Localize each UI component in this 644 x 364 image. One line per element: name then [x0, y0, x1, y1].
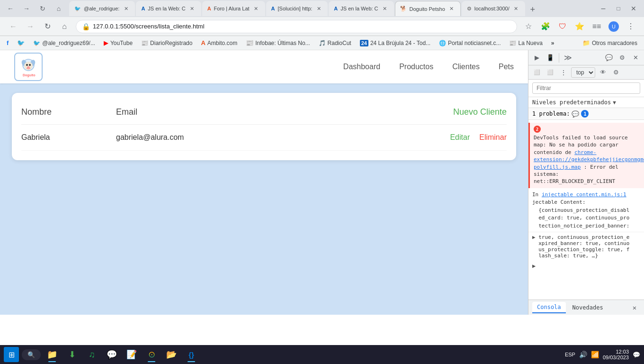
nav-productos[interactable]: Productos: [399, 63, 433, 71]
notification-icon[interactable]: 💬: [633, 351, 640, 358]
network-icon[interactable]: 📶: [591, 351, 599, 358]
vscode-icon: {}: [188, 351, 194, 359]
bookmark-diarioregistrado[interactable]: 📰 DiarioRegistrado: [138, 38, 195, 48]
bookmark-twitter[interactable]: 🐦: [14, 38, 27, 48]
tab-consola[interactable]: Consola: [532, 302, 566, 313]
dock-left-button[interactable]: ⬜: [531, 67, 543, 78]
taskbar-vscode-explorer[interactable]: 📂: [163, 346, 180, 363]
nav-reload-button[interactable]: ↻: [36, 2, 49, 15]
taskbar-explorer[interactable]: 📁: [44, 346, 61, 363]
nav-pets[interactable]: Pets: [499, 63, 514, 71]
eye-button[interactable]: 👁: [597, 67, 608, 78]
maximize-button[interactable]: □: [612, 2, 625, 15]
extensions-button[interactable]: 🧩: [538, 19, 553, 34]
inspect-element-button[interactable]: ▶: [531, 52, 543, 64]
nav-home-button[interactable]: ⌂: [52, 2, 65, 15]
bookmark-infobae-label: Infobae: Últimas No...: [255, 40, 310, 46]
url-box[interactable]: 🔒 127.0.0.1:5500/screens/lista_cliente.h…: [76, 20, 517, 33]
reload-button[interactable]: ↻: [40, 19, 55, 34]
tab-twitter[interactable]: 🐦 @ale_rodrigue: ✕: [69, 1, 135, 16]
bookmark-youtube[interactable]: ▶ YouTube: [101, 38, 135, 48]
extension-button-2[interactable]: ⭐: [572, 19, 587, 34]
dock-bottom-button[interactable]: ⬜: [545, 67, 556, 78]
bookmark-star-button[interactable]: ☆: [521, 19, 536, 34]
nav-back-button[interactable]: ←: [4, 2, 17, 15]
clock-time: 12:03: [603, 349, 629, 355]
delete-button-gabriela[interactable]: Eliminar: [479, 133, 507, 142]
tab-close-localhost[interactable]: ✕: [512, 5, 520, 12]
bookmark-brujula24[interactable]: 24 24 La Brújula 24 - Tod...: [357, 38, 433, 48]
tab-close-foro[interactable]: ✕: [252, 5, 260, 12]
tab-close-alura1[interactable]: ✕: [188, 5, 196, 12]
nav-dashboard[interactable]: Dashboard: [343, 63, 380, 71]
injectable-link[interactable]: injectable content.min.js:1: [542, 191, 626, 198]
row-email-gabriela: gabriela@alura.com: [116, 133, 412, 142]
tab-favicon-alura2: A: [334, 6, 338, 11]
bookmark-ale-rodriguez[interactable]: 🐦 @ale_rodriguez69/...: [30, 38, 98, 48]
taskbar-vscode[interactable]: {}: [183, 346, 200, 363]
bookmarks-more-button[interactable]: »: [548, 38, 557, 48]
chrome-menu-button[interactable]: ⋮: [623, 19, 638, 34]
tab-js-alura-2[interactable]: A JS en la Web: C ✕: [329, 1, 394, 16]
taskbar-whatsapp[interactable]: 💬: [103, 346, 120, 363]
filter-input[interactable]: [532, 82, 640, 94]
tab-solucion[interactable]: A [Solución] http: ✕: [266, 1, 328, 16]
taskbar-spotify[interactable]: ♫: [83, 346, 100, 363]
javascript-context-select[interactable]: top: [571, 67, 595, 78]
taskbar-green-app[interactable]: ⬇: [63, 346, 80, 363]
tab-close-twitter[interactable]: ✕: [122, 5, 130, 12]
tab-close-alura2[interactable]: ✕: [381, 5, 389, 12]
devtools-close-button[interactable]: ✕: [630, 52, 641, 64]
bookmarks-folder[interactable]: 📁 Otros marcadores: [580, 38, 640, 48]
web-navbar: Doguito Dashboard Productos Clientes Pet…: [0, 50, 528, 83]
devtools-settings-btn2[interactable]: ⚙: [610, 67, 622, 78]
console-error-devtools: 2 DevTools failed to load source map: No…: [528, 123, 644, 188]
nuevo-cliente-button[interactable]: Nuevo Cliente: [453, 107, 507, 117]
bookmark-facebook[interactable]: f: [4, 38, 11, 48]
expand-arrow-icon[interactable]: ▶: [532, 234, 536, 240]
tab-js-alura-1[interactable]: A JS en la Web: C ✕: [136, 1, 201, 16]
bookmark-ambito[interactable]: A Ambito.com: [198, 38, 240, 48]
edit-button-gabriela[interactable]: Editar: [450, 133, 470, 142]
col-header-nombre: Nombre: [21, 107, 116, 117]
devtools-panel: ▶ 📱 ≫ 💬 ⚙ ✕: [528, 50, 644, 315]
nav-forward-button[interactable]: →: [20, 2, 33, 15]
bookmark-la-nueva[interactable]: 📰 La Nueva: [506, 38, 545, 48]
bookmark-infobae[interactable]: 📰 Infobae: Últimas No...: [243, 38, 313, 48]
console-expand-more: ▶: [528, 261, 644, 271]
chat-button[interactable]: 💬: [603, 52, 615, 64]
tab-localhost[interactable]: ⚙ localhost:3000/ ✕: [462, 1, 525, 16]
tab-foro-alura[interactable]: A Foro | Alura Lat ✕: [202, 1, 265, 16]
taskbar-chrome[interactable]: ⊙: [143, 346, 160, 363]
tab-close-solucion[interactable]: ✕: [315, 5, 322, 12]
window-controls: – □ ✕: [597, 2, 640, 15]
address-bar: ← → ↻ ⌂ 🔒 127.0.0.1:5500/screens/lista_c…: [0, 17, 644, 36]
bookmark-portal-noticias[interactable]: 🌐 Portal noticiasnet.c...: [436, 38, 503, 48]
tab-novedades[interactable]: Novedades: [568, 302, 608, 313]
taskbar-notepad[interactable]: 📝: [123, 346, 140, 363]
svg-point-5: [29, 64, 31, 66]
profile-button[interactable]: U: [606, 19, 621, 34]
extension-list-button[interactable]: ≡≡: [589, 19, 604, 34]
expand-more-arrow[interactable]: ▶: [532, 263, 536, 269]
nav-clientes[interactable]: Clientes: [452, 63, 480, 71]
more-options-button[interactable]: ⋮: [558, 67, 569, 78]
minimize-button[interactable]: –: [597, 2, 610, 15]
bookmark-radiocut[interactable]: 🎵 RadioCut: [316, 38, 354, 48]
devtools-bottom-close[interactable]: ✕: [629, 302, 640, 313]
home-button[interactable]: ⌂: [57, 19, 72, 34]
taskbar-search[interactable]: 🔍: [22, 349, 41, 360]
start-button[interactable]: ⊞: [4, 347, 19, 362]
forward-button[interactable]: →: [23, 19, 38, 34]
tab-doguito[interactable]: 🐕 Doguito Petsho ✕: [395, 1, 461, 16]
adguard-button[interactable]: 🛡: [555, 19, 570, 34]
more-devtools-button[interactable]: ≫: [562, 52, 573, 64]
tab-close-doguito[interactable]: ✕: [448, 5, 456, 13]
svg-point-4: [26, 64, 28, 66]
devtools-settings-button[interactable]: ⚙: [617, 52, 628, 64]
close-button[interactable]: ✕: [627, 2, 640, 15]
back-button[interactable]: ←: [6, 19, 21, 34]
speaker-icon[interactable]: 🔊: [579, 351, 587, 358]
new-tab-button[interactable]: +: [526, 3, 539, 16]
device-toolbar-button[interactable]: 📱: [545, 52, 556, 64]
